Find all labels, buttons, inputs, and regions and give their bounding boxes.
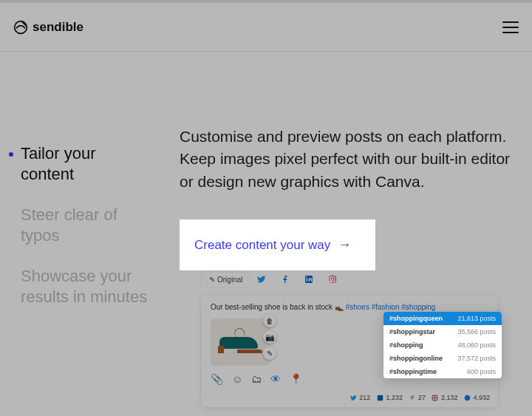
twitter-icon	[349, 394, 357, 401]
hashtag-suggestion[interactable]: #shoppingtime 600 posts	[383, 365, 502, 378]
brand-logo[interactable]: sendible	[13, 20, 83, 35]
hashtag: #shoes	[346, 303, 369, 311]
top-bar: sendible	[0, 0, 532, 52]
hamburger-line-icon	[502, 32, 519, 33]
nav-steer-clear-typos[interactable]: Steer clear of typos	[21, 205, 150, 245]
twitter-icon	[257, 275, 266, 284]
stat-hashtag: # 27	[409, 394, 426, 401]
stat-facebook: 4,932	[463, 394, 490, 401]
arrow-right-icon: →	[338, 237, 351, 253]
attached-image[interactable]: 🗑 📷 ✎	[211, 318, 270, 366]
eye-icon: 👁	[270, 373, 281, 385]
main-panel: Customise and preview posts on each plat…	[180, 126, 511, 407]
pencil-icon: ✎	[209, 276, 215, 284]
hashtag-suggestion[interactable]: #shoppingonline 37,572 posts	[383, 352, 502, 365]
stat-value: 2,132	[441, 394, 458, 401]
camera-icon: 📷	[265, 333, 274, 341]
post-text-input[interactable]: Our best-selling shoe is back in stock 👞…	[211, 303, 488, 311]
hamburger-line-icon	[502, 27, 519, 28]
stat-instagram: 2,132	[432, 394, 458, 401]
tab-original[interactable]: ✎ Original	[202, 273, 250, 287]
composer-body: Our best-selling shoe is back in stock 👞…	[202, 296, 497, 391]
composer-footer-stats: 212 1,232 # 27 2,132	[202, 391, 497, 407]
tab-label: Original	[217, 276, 242, 284]
menu-button[interactable]	[502, 21, 519, 33]
suggestion-tag: #shoppingonline	[389, 355, 443, 362]
hashtag: #fashion	[372, 303, 400, 311]
content-area: Tailor your content Steer clear of typos…	[0, 52, 532, 407]
preview-button[interactable]: 👁	[270, 373, 281, 385]
post-composer: Our best-selling shoe is back in stock 👞…	[202, 296, 497, 407]
feature-nav: Tailor your content Steer clear of typos…	[21, 126, 150, 407]
hashtag-icon: #	[409, 394, 416, 401]
paperclip-icon: 📎	[211, 373, 223, 385]
tab-instagram[interactable]	[321, 272, 344, 287]
svg-rect-2	[307, 279, 308, 282]
svg-rect-7	[378, 395, 383, 401]
facebook-icon	[463, 394, 471, 401]
stat-value: 4,932	[473, 394, 490, 401]
instagram-icon	[432, 394, 439, 401]
suggestion-tag: #shoppingtime	[389, 368, 437, 375]
nav-item-label: Showcase your results in minutes	[21, 267, 147, 306]
nav-tailor-content[interactable]: Tailor your content	[21, 143, 150, 184]
image-camera-button[interactable]: 📷	[263, 330, 276, 344]
page: sendible Tailor your content Steer clear…	[0, 0, 532, 416]
hashtag-suggestion[interactable]: #shoppingqueen 21,613 posts	[383, 312, 502, 325]
linkedin-icon	[376, 394, 383, 401]
suggestion-tag: #shoppingqueen	[389, 315, 443, 322]
svg-point-5	[331, 278, 334, 281]
library-icon: 🗂	[251, 373, 262, 385]
pencil-icon: ✎	[267, 349, 273, 358]
instagram-icon	[328, 275, 337, 284]
stat-value: 212	[359, 394, 370, 401]
feature-description: Customise and preview posts on each plat…	[180, 126, 511, 193]
composer-tabs: ✎ Original	[202, 270, 511, 287]
linkedin-icon	[304, 275, 313, 284]
image-edit-button[interactable]: ✎	[263, 347, 276, 360]
tab-linkedin[interactable]	[297, 272, 321, 287]
library-button[interactable]: 🗂	[251, 373, 262, 385]
suggestion-count: 48,060 posts	[457, 341, 496, 349]
suggestion-tag: #shopping	[389, 341, 423, 349]
location-pin-icon: 📍	[290, 373, 302, 385]
svg-point-3	[307, 277, 308, 279]
hashtag: #shopping	[401, 303, 435, 311]
cta-highlight-box: Create content your way →	[180, 219, 375, 270]
smile-icon: ☺	[232, 373, 242, 385]
sendible-logo-icon	[13, 20, 28, 35]
svg-rect-4	[330, 276, 336, 283]
stat-value: 27	[418, 394, 426, 401]
suggestion-count: 600 posts	[467, 368, 496, 375]
image-delete-button[interactable]: 🗑	[263, 314, 276, 327]
hashtag-suggestions-panel: #shoppingqueen 21,613 posts #shoppingsta…	[383, 312, 502, 378]
hashtag-suggestion[interactable]: #shopping 48,060 posts	[383, 338, 502, 352]
nav-item-label: Steer clear of typos	[21, 205, 117, 245]
svg-point-6	[334, 277, 335, 278]
suggestion-tag: #shoppingstar	[389, 328, 435, 335]
trash-icon: 🗑	[266, 317, 273, 325]
tab-facebook[interactable]	[273, 272, 297, 287]
hashtag-suggestion[interactable]: #shoppingstar 35,566 posts	[383, 325, 502, 338]
svg-point-10	[465, 395, 471, 401]
location-button[interactable]: 📍	[290, 373, 302, 385]
tab-twitter[interactable]	[250, 272, 273, 287]
create-content-link[interactable]: Create content your way →	[194, 237, 351, 253]
attach-button[interactable]: 📎	[211, 373, 223, 385]
stat-linkedin: 1,232	[376, 394, 403, 401]
cta-label: Create content your way	[194, 238, 330, 253]
suggestion-count: 21,613 posts	[457, 315, 496, 322]
brand-name: sendible	[33, 20, 83, 35]
hamburger-line-icon	[502, 21, 519, 23]
shoe-illustration-icon	[218, 331, 262, 353]
suggestion-count: 35,566 posts	[457, 328, 496, 335]
nav-item-label: Tailor your content	[21, 144, 95, 183]
svg-rect-8	[433, 395, 438, 400]
suggestion-count: 37,572 posts	[457, 355, 496, 362]
stat-twitter: 212	[349, 394, 370, 401]
svg-point-9	[434, 397, 436, 399]
stat-value: 1,232	[386, 394, 403, 401]
nav-showcase-results[interactable]: Showcase your results in minutes	[21, 266, 150, 307]
emoji-button[interactable]: ☺	[232, 373, 242, 385]
post-text-content: Our best-selling shoe is back in stock 👞	[211, 303, 346, 311]
